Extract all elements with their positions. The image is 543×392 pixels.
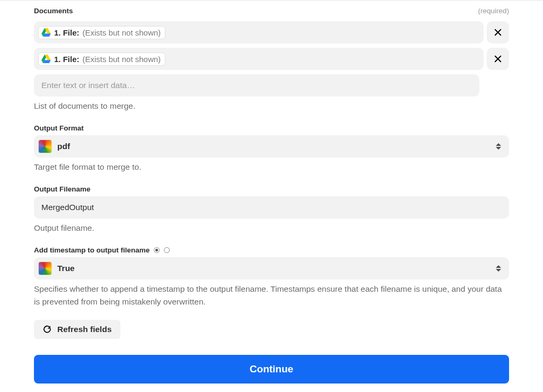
close-icon [493,54,503,64]
output-format-select[interactable]: pdf [34,135,509,158]
output-format-label: Output Format [34,124,509,132]
file-token-label: 1. File: [54,55,80,64]
file-token-meta: (Exists but not shown) [83,28,161,37]
select-sort-icon [495,265,502,272]
documents-text-input[interactable] [34,74,479,97]
output-filename-label: Output Filename [34,185,509,193]
documents-required: (required) [478,7,509,15]
documents-item-row: 1. File: (Exists but not shown) [34,21,509,43]
remove-item-button[interactable] [487,21,509,43]
file-token-label: 1. File: [54,28,80,37]
google-drive-icon [41,28,51,37]
file-token[interactable]: 1. File: (Exists but not shown) [38,53,165,66]
timestamp-label: Add timestamp to output filename [34,246,150,254]
documents-help: List of documents to merge. [34,100,509,112]
continue-label: Continue [250,363,293,374]
documents-item-row: 1. File: (Exists but not shown) [34,48,509,70]
file-token[interactable]: 1. File: (Exists but not shown) [38,26,165,39]
config-card: Documents (required) 1. File: (Exists bu… [8,1,535,392]
google-drive-icon [41,55,51,63]
close-icon [493,28,503,37]
timestamp-select[interactable]: True [34,257,509,280]
timestamp-radio-on[interactable] [154,247,160,253]
documents-item-input[interactable]: 1. File: (Exists but not shown) [34,21,484,43]
output-format-value: pdf [57,142,70,151]
documents-label: Documents [34,7,73,15]
refresh-fields-button[interactable]: Refresh fields [34,320,120,339]
select-sort-icon [495,143,502,150]
documents-item-input[interactable]: 1. File: (Exists but not shown) [34,48,484,70]
timestamp-value: True [57,264,75,273]
file-token-meta: (Exists but not shown) [83,55,161,64]
refresh-icon [42,325,52,334]
remove-item-button[interactable] [487,48,509,70]
output-filename-input[interactable] [34,196,509,219]
refresh-fields-label: Refresh fields [57,325,112,334]
output-filename-help: Output filename. [34,222,509,234]
convertapi-icon [38,140,52,153]
timestamp-radio-off[interactable] [164,247,170,253]
continue-button[interactable]: Continue [34,355,509,384]
output-format-help: Target file format to merge to. [34,161,509,173]
timestamp-label-row: Add timestamp to output filename [34,246,509,254]
documents-label-row: Documents (required) [34,7,509,18]
timestamp-help: Specifies whether to append a timestamp … [34,283,509,308]
convertapi-icon [38,262,52,275]
